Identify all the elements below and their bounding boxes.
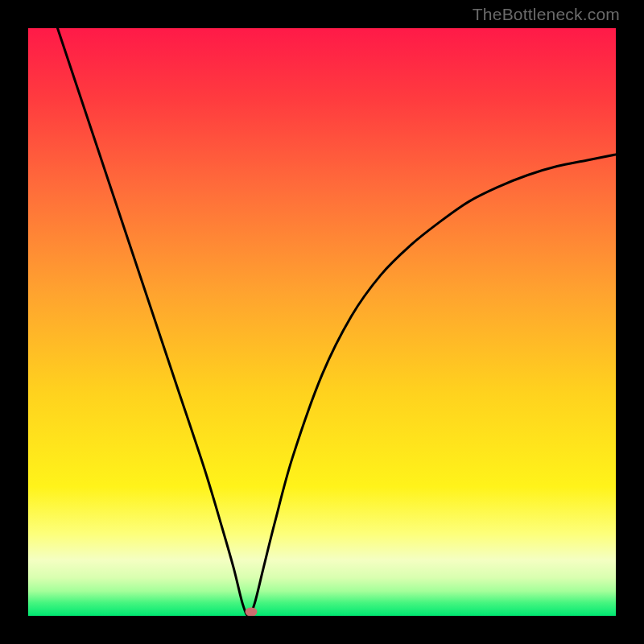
plot-area (28, 28, 616, 616)
watermark-text: TheBottleneck.com (473, 5, 620, 24)
curve-layer (28, 28, 616, 616)
optimal-point-marker (246, 607, 258, 616)
chart-stage: TheBottleneck.com (0, 0, 644, 644)
bottleneck-curve (58, 28, 617, 616)
